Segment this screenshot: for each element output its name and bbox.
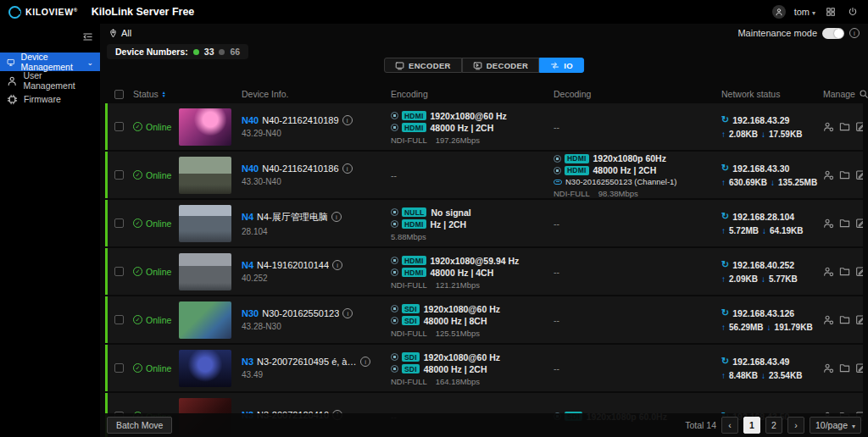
user-config-icon[interactable] xyxy=(823,314,834,325)
refresh-icon[interactable] xyxy=(721,163,729,174)
device-info-icon[interactable] xyxy=(360,357,370,367)
folder-icon[interactable] xyxy=(839,169,850,180)
device-model: N4 xyxy=(242,260,253,270)
tab-decoder[interactable]: DECODER xyxy=(462,58,540,73)
edit-icon[interactable] xyxy=(855,121,863,132)
device-info-icon[interactable] xyxy=(331,212,342,222)
interface-badge: NULL xyxy=(402,207,426,217)
search-icon[interactable] xyxy=(859,89,868,99)
select-all-checkbox[interactable] xyxy=(114,90,124,99)
folder-icon[interactable] xyxy=(839,314,850,325)
upload-icon xyxy=(721,130,726,139)
app-window: KILOVIEW® KiloLink Server Free tom xyxy=(0,0,868,437)
refresh-icon[interactable] xyxy=(721,307,729,318)
video-source-icon xyxy=(391,112,398,119)
row-checkbox[interactable] xyxy=(114,218,124,228)
ndi-mode-label: NDI-FULL xyxy=(391,136,427,145)
audio-format: Hz | 2CH xyxy=(431,219,467,230)
brand-name: KILOVIEW® xyxy=(25,7,78,17)
device-info-icon[interactable] xyxy=(342,308,353,318)
location-filter[interactable]: All xyxy=(108,28,131,38)
table-row: Online N40 N40-21162410186 43.30-N40 -- … xyxy=(105,152,863,198)
refresh-icon[interactable] xyxy=(721,114,729,125)
network-status-cell: 192.168.43.126 56.29MB 191.79KB xyxy=(721,307,823,332)
edit-icon[interactable] xyxy=(855,218,863,229)
online-count: 33 xyxy=(204,47,214,57)
edit-icon[interactable] xyxy=(855,169,863,180)
row-checkbox[interactable] xyxy=(114,122,124,131)
page-1-button[interactable]: 1 xyxy=(743,417,760,434)
user-avatar[interactable] xyxy=(772,5,786,19)
online-status-icon xyxy=(133,122,142,131)
user-config-icon[interactable] xyxy=(823,169,834,180)
download-icon xyxy=(761,274,765,284)
interface-badge: HDMI xyxy=(565,166,589,175)
decoding-cell: -- xyxy=(554,267,721,277)
info-icon[interactable] xyxy=(849,28,860,38)
row-checkbox[interactable] xyxy=(114,363,124,373)
batch-move-button[interactable]: Batch Move xyxy=(107,417,172,434)
kiloview-logo-icon xyxy=(8,6,21,19)
sidebar-item-device-management[interactable]: Device Management xyxy=(0,53,100,71)
user-config-icon[interactable] xyxy=(823,266,834,277)
device-info-icon[interactable] xyxy=(332,260,342,270)
video-format: 1920x1080@60 Hz xyxy=(431,111,507,121)
maintenance-mode-toggle[interactable] xyxy=(822,28,844,39)
collapse-sidebar-icon[interactable] xyxy=(82,30,93,46)
edit-icon[interactable] xyxy=(855,362,863,373)
power-icon[interactable] xyxy=(846,5,860,19)
sidebar-item-firmware[interactable]: Firmware xyxy=(0,90,100,108)
row-checkbox[interactable] xyxy=(114,170,124,180)
app-grid-icon[interactable] xyxy=(824,5,837,19)
user-config-icon[interactable] xyxy=(823,218,834,229)
empty-value: -- xyxy=(391,170,397,180)
refresh-icon[interactable] xyxy=(721,211,729,222)
status-text: Online xyxy=(146,267,171,277)
sidebar: Device Management User Management Firmwa… xyxy=(0,24,100,437)
prev-page-button[interactable] xyxy=(721,417,738,434)
ip-address: 192.168.43.49 xyxy=(732,357,789,367)
refresh-icon[interactable] xyxy=(721,356,729,367)
chip-icon xyxy=(7,94,18,105)
app-title: KiloLink Server Free xyxy=(92,6,195,18)
page-size-select[interactable]: 10/page xyxy=(810,417,861,434)
folder-icon[interactable] xyxy=(839,121,850,132)
top-bar: KILOVIEW® KiloLink Server Free tom xyxy=(0,0,868,24)
sidebar-item-user-management[interactable]: User Management xyxy=(0,71,100,90)
device-info-column-header: Device Info. xyxy=(242,89,288,99)
decoding-cell: -- xyxy=(554,122,721,132)
device-name: N30-20162550123 xyxy=(262,308,339,318)
user-menu[interactable]: tom xyxy=(794,7,815,17)
folder-icon[interactable] xyxy=(839,266,850,277)
refresh-icon[interactable] xyxy=(721,259,729,270)
tab-label: IO xyxy=(564,61,573,70)
folder-icon[interactable] xyxy=(839,362,850,373)
tab-encoder[interactable]: ENCODER xyxy=(384,58,462,73)
row-checkbox[interactable] xyxy=(114,267,124,276)
tab-io[interactable]: IO xyxy=(539,58,584,73)
device-info-icon[interactable] xyxy=(342,115,353,125)
interface-badge: HDMI xyxy=(565,154,589,163)
maintenance-mode-label: Maintenance mode xyxy=(737,28,817,38)
device-info-cell: N40 N40-21162410186 43.30-N40 xyxy=(242,163,391,186)
audio-format: 48000 Hz | 2CH xyxy=(424,364,487,374)
row-checkbox[interactable] xyxy=(114,315,124,324)
user-config-icon[interactable] xyxy=(823,362,834,373)
upload-value: 2.09KB xyxy=(729,274,758,284)
online-status-icon xyxy=(133,267,142,276)
audio-source-icon xyxy=(391,365,398,373)
device-info-icon[interactable] xyxy=(342,163,353,174)
interface-badge: HDMI xyxy=(402,256,426,265)
video-format: 1920x1080p 60Hz xyxy=(593,153,666,163)
edit-icon[interactable] xyxy=(855,266,863,277)
table-row: Online N40 N40-21162410189 43.29-N40 HDM… xyxy=(105,103,863,150)
sort-icon[interactable] xyxy=(162,91,166,97)
decoding-column-header: Decoding xyxy=(554,89,591,99)
edit-icon[interactable] xyxy=(855,314,863,325)
page-2-button[interactable]: 2 xyxy=(765,417,782,434)
device-type-tabs: ENCODER DECODER IO xyxy=(384,58,584,73)
registered-mark: ® xyxy=(74,8,78,13)
next-page-button[interactable] xyxy=(787,417,804,434)
folder-icon[interactable] xyxy=(839,218,850,229)
user-config-icon[interactable] xyxy=(823,121,834,132)
